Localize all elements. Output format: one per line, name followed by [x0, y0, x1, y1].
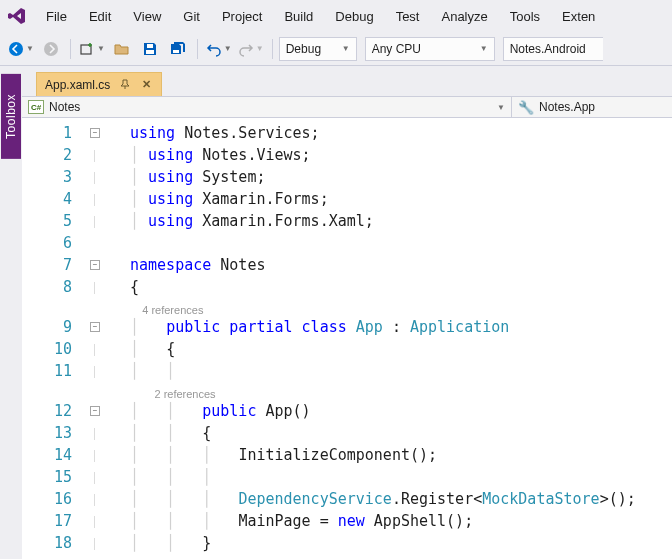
menu-test[interactable]: Test: [386, 5, 430, 28]
nav-forward-button[interactable]: [38, 36, 64, 62]
chevron-down-icon: ▼: [342, 44, 350, 53]
menu-build[interactable]: Build: [274, 5, 323, 28]
open-file-button[interactable]: [109, 36, 135, 62]
codelens-refs[interactable]: 4 references: [142, 304, 203, 316]
solution-platform-value: Any CPU: [372, 42, 421, 56]
menu-git[interactable]: Git: [173, 5, 210, 28]
svg-rect-5: [173, 50, 179, 53]
line-number: 11: [22, 362, 88, 380]
line-number: 17: [22, 512, 88, 530]
nav-scope-dropdown[interactable]: 🔧 Notes.App: [512, 97, 672, 117]
svg-point-1: [44, 42, 58, 56]
save-button[interactable]: [137, 36, 163, 62]
new-project-button[interactable]: ▼: [77, 36, 107, 62]
file-tab-label: App.xaml.cs: [45, 78, 110, 92]
fold-toggle[interactable]: −: [90, 128, 100, 138]
toolbar: ▼ ▼ ▼ ▼ Debug ▼ Any CPU ▼ Notes.Android: [0, 32, 672, 66]
undo-button[interactable]: ▼: [204, 36, 234, 62]
line-number: 16: [22, 490, 88, 508]
line-number: 8: [22, 278, 88, 296]
nav-back-button[interactable]: ▼: [6, 36, 36, 62]
chevron-down-icon: ▼: [224, 44, 232, 53]
code-editor[interactable]: 1− 2│ 3│ 4│ 5│ 6 7− 8│ 9− 10│ 11│ 12− 13…: [22, 118, 672, 559]
line-number: 18: [22, 534, 88, 552]
line-number: 12: [22, 402, 88, 420]
toolbar-separator: [197, 39, 198, 59]
line-number: 6: [22, 234, 88, 252]
toolbar-separator: [70, 39, 71, 59]
menu-file[interactable]: File: [36, 5, 77, 28]
chevron-down-icon: ▼: [97, 44, 105, 53]
menu-view[interactable]: View: [123, 5, 171, 28]
line-number: 15: [22, 468, 88, 486]
redo-button[interactable]: ▼: [236, 36, 266, 62]
csharp-icon: C#: [28, 100, 44, 114]
fold-toggle[interactable]: −: [90, 406, 100, 416]
fold-toggle[interactable]: −: [90, 322, 100, 332]
vs-logo-icon: [6, 5, 28, 27]
toolbox-tab[interactable]: Toolbox: [1, 74, 21, 159]
solution-config-value: Debug: [286, 42, 321, 56]
startup-target-value: Notes.Android: [510, 42, 586, 56]
line-number: 2: [22, 146, 88, 164]
menu-debug[interactable]: Debug: [325, 5, 383, 28]
fold-toggle[interactable]: −: [90, 260, 100, 270]
toolbar-separator: [272, 39, 273, 59]
solution-platform-dropdown[interactable]: Any CPU ▼: [365, 37, 495, 61]
line-number: 4: [22, 190, 88, 208]
menu-extensions[interactable]: Exten: [552, 5, 605, 28]
save-all-button[interactable]: [165, 36, 191, 62]
file-tab-active[interactable]: App.xaml.cs ✕: [36, 72, 162, 96]
nav-project-dropdown[interactable]: C# Notes ▼: [22, 97, 512, 117]
line-number-gutter: 1− 2│ 3│ 4│ 5│ 6 7− 8│ 9− 10│ 11│ 12− 13…: [22, 118, 130, 559]
nav-project-label: Notes: [49, 100, 80, 114]
document-tab-row: App.xaml.cs ✕: [22, 66, 672, 96]
side-panel: Toolbox: [0, 66, 22, 559]
svg-point-0: [9, 42, 23, 56]
line-number: 3: [22, 168, 88, 186]
line-number: 14: [22, 446, 88, 464]
menu-tools[interactable]: Tools: [500, 5, 550, 28]
line-number: 5: [22, 212, 88, 230]
menu-analyze[interactable]: Analyze: [431, 5, 497, 28]
line-number: 1: [22, 124, 88, 142]
chevron-down-icon: ▼: [256, 44, 264, 53]
line-number: 10: [22, 340, 88, 358]
svg-rect-3: [146, 50, 154, 54]
pin-icon[interactable]: [118, 79, 132, 91]
menubar: File Edit View Git Project Build Debug T…: [0, 0, 672, 32]
editor-area: App.xaml.cs ✕ C# Notes ▼ 🔧 Notes.App: [22, 66, 672, 559]
chevron-down-icon: ▼: [26, 44, 34, 53]
line-number: 9: [22, 318, 88, 336]
startup-target-dropdown[interactable]: Notes.Android: [503, 37, 603, 61]
menu-project[interactable]: Project: [212, 5, 272, 28]
svg-rect-4: [147, 44, 153, 48]
wrench-icon: 🔧: [518, 100, 534, 115]
nav-scope-label: Notes.App: [539, 100, 595, 114]
line-number: 7: [22, 256, 88, 274]
codelens-refs[interactable]: 2 references: [154, 388, 215, 400]
solution-config-dropdown[interactable]: Debug ▼: [279, 37, 357, 61]
chevron-down-icon: ▼: [480, 44, 488, 53]
line-number: 13: [22, 424, 88, 442]
close-icon[interactable]: ✕: [140, 78, 153, 91]
navigation-bar: C# Notes ▼ 🔧 Notes.App: [22, 96, 672, 118]
menu-edit[interactable]: Edit: [79, 5, 121, 28]
chevron-down-icon: ▼: [497, 103, 505, 112]
code-content[interactable]: using Notes.Services; │ using Notes.View…: [130, 118, 672, 559]
